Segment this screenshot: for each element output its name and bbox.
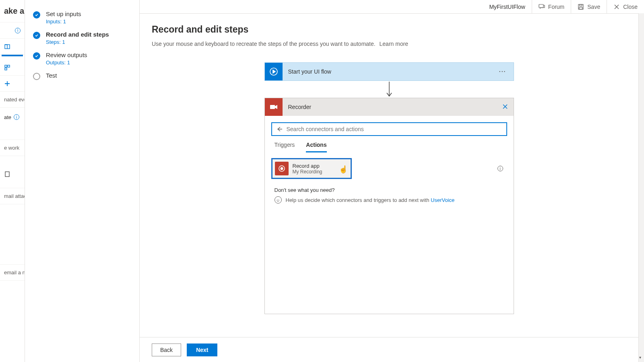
step-review-outputs[interactable]: Review outputs Outputs: 1: [25, 50, 139, 70]
help-text: Help us decide which connectors and trig…: [286, 197, 431, 203]
forum-button[interactable]: Forum: [532, 0, 571, 13]
sliver-item[interactable]: mail attac: [0, 188, 25, 204]
scroll-down-icon: ▾: [639, 355, 641, 360]
sliver-item[interactable]: [0, 60, 25, 76]
sliver-spacer: [0, 204, 25, 265]
step-test[interactable]: Test: [25, 70, 139, 85]
sliver-item[interactable]: email a ne: [0, 265, 25, 281]
close-icon: [613, 4, 620, 10]
page-title: Record and edit steps: [152, 24, 626, 35]
box-icon: [4, 171, 10, 177]
wizard-footer: Back Next: [140, 337, 638, 362]
svg-point-12: [280, 167, 283, 170]
record-app-action[interactable]: Record app My Recording ☝: [271, 158, 352, 179]
search-connectors-input[interactable]: [271, 122, 507, 136]
info-icon: i: [15, 28, 21, 33]
sliver-item[interactable]: [0, 39, 25, 55]
empty-step-icon: [33, 73, 40, 80]
sliver-item[interactable]: ate i: [0, 108, 25, 140]
step-title: Test: [46, 72, 57, 79]
wizard-steps-panel: Set up inputs Inputs: 1 Record and edit …: [25, 0, 140, 362]
svg-rect-5: [5, 65, 7, 67]
scrollbar[interactable]: ▾: [638, 13, 644, 362]
svg-rect-8: [5, 172, 9, 177]
cursor-icon: ☝: [339, 165, 348, 174]
recorder-header[interactable]: Recorder: [265, 98, 514, 116]
save-label: Save: [587, 4, 600, 10]
step-setup-inputs[interactable]: Set up inputs Inputs: 1: [25, 9, 139, 29]
uservoice-link[interactable]: UserVoice: [431, 197, 454, 203]
sliver-item[interactable]: nated even: [0, 92, 25, 108]
plus-icon: [4, 80, 10, 87]
close-button[interactable]: Close: [607, 0, 644, 13]
back-arrow-icon: [276, 126, 283, 132]
step-subtitle: Outputs: 1: [46, 60, 87, 66]
save-button[interactable]: Save: [571, 0, 607, 13]
learn-more-link[interactable]: Learn more: [380, 41, 409, 47]
sliver-text: nated even: [4, 97, 25, 103]
sliver-text: e work: [4, 145, 19, 151]
sliver-text: ate: [4, 114, 11, 120]
check-icon: [33, 32, 40, 39]
info-icon: i: [14, 114, 19, 120]
sliver-text: email a ne: [4, 269, 25, 276]
svg-rect-10: [270, 105, 275, 109]
sliver-title: ake a flo: [0, 0, 25, 23]
svg-rect-7: [5, 68, 7, 70]
check-icon: [33, 11, 40, 19]
search-input-field[interactable]: [287, 126, 502, 132]
sliver-item[interactable]: i: [0, 23, 25, 39]
step-title: Record and edit steps: [46, 31, 109, 38]
step-title: Review outputs: [46, 51, 87, 58]
flow-arrow-icon: [264, 81, 514, 98]
panel-icon: [4, 43, 10, 50]
flow-name-label: MyFirstUIFlow: [483, 4, 531, 10]
page-description: Use your mouse and keyboard to recreate …: [152, 41, 626, 47]
action-subtitle: My Recording: [293, 169, 322, 175]
start-flow-card[interactable]: Start your UI flow ···: [264, 62, 514, 81]
tab-actions[interactable]: Actions: [306, 142, 326, 152]
next-button[interactable]: Next: [187, 343, 217, 356]
left-nav-sliver: ake a flo i nated even ate i e work mail…: [0, 0, 25, 362]
recorder-close-button[interactable]: [497, 104, 514, 111]
grid-icon: [4, 64, 10, 71]
save-icon: [578, 4, 584, 10]
step-subtitle: Steps: 1: [46, 39, 109, 45]
active-indicator: [2, 55, 23, 56]
check-icon: [33, 52, 40, 60]
close-label: Close: [623, 4, 638, 10]
sliver-text: mail attac: [4, 193, 25, 199]
recorder-card: Recorder Triggers Actions: [264, 98, 514, 314]
help-title: Don't see what you need?: [275, 187, 504, 193]
step-record-edit[interactable]: Record and edit steps Steps: 1: [25, 29, 139, 50]
svg-rect-2: [580, 4, 582, 6]
back-button[interactable]: Back: [152, 343, 181, 356]
start-flow-label: Start your UI flow: [283, 68, 492, 75]
svg-rect-6: [8, 65, 10, 67]
more-menu-button[interactable]: ···: [492, 68, 514, 75]
record-icon: [275, 162, 289, 175]
tab-triggers[interactable]: Triggers: [275, 142, 295, 152]
svg-rect-3: [579, 7, 582, 9]
description-text: Use your mouse and keyboard to recreate …: [152, 41, 376, 47]
sliver-item[interactable]: [0, 76, 25, 92]
play-icon: [265, 63, 283, 80]
sliver-item[interactable]: e work: [0, 140, 25, 156]
smiley-icon: ☺: [275, 196, 282, 204]
svg-rect-0: [539, 4, 543, 8]
action-info-icon[interactable]: i: [497, 166, 503, 171]
forum-icon: [539, 4, 545, 10]
close-icon: [502, 104, 508, 109]
sliver-item[interactable]: [0, 156, 25, 188]
forum-label: Forum: [548, 4, 564, 10]
recorder-title: Recorder: [283, 104, 497, 110]
step-title: Set up inputs: [46, 10, 81, 17]
step-subtitle: Inputs: 1: [46, 19, 81, 25]
recorder-icon: [265, 98, 283, 116]
action-title: Record app: [293, 163, 322, 169]
